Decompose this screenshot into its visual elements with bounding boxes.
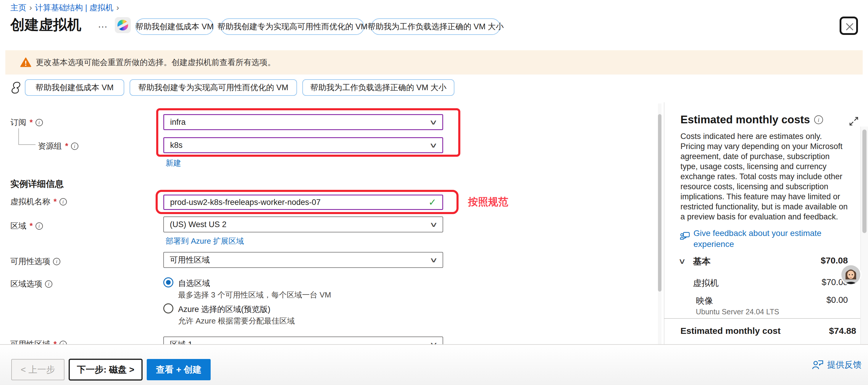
radio-azure-selected-zones-description: 允许 Azure 根据需要分配最佳区域: [178, 316, 294, 326]
subscription-dropdown[interactable]: infra ∨: [163, 114, 443, 130]
breadcrumb-chevron-icon: ›: [26, 3, 35, 12]
avatar[interactable]: [840, 264, 862, 285]
breadcrumb-compute-vm[interactable]: 计算基础结构 | 虚拟机: [35, 2, 113, 13]
estimate-panel-title: Estimated monthly costs: [680, 114, 810, 126]
feedback-bubbles-icon: [679, 231, 691, 243]
create-new-resource-group-link[interactable]: 新建: [166, 158, 181, 168]
cost-row-basic-label[interactable]: 基本: [693, 255, 711, 267]
region-label: 区域* i: [10, 221, 43, 231]
feedback-person-icon: [812, 359, 824, 371]
feedback-link-label: 提供反馈: [827, 359, 862, 371]
instance-details-section-title: 实例详细信息: [10, 178, 64, 190]
collapse-panel-icon[interactable]: [848, 115, 860, 127]
form-scrollbar-thumb[interactable]: [658, 114, 661, 292]
copilot-suggestion-low-cost[interactable]: 帮助我创建低成本 VM: [25, 79, 124, 96]
chevron-down-icon[interactable]: ∨: [678, 257, 686, 266]
estimate-divider: [664, 318, 868, 319]
estimate-feedback-link[interactable]: Give feedback about your estimate experi…: [693, 228, 850, 250]
copilot-logo-icon: [118, 20, 128, 30]
radio-azure-selected-zones[interactable]: [163, 303, 173, 314]
warning-text: 更改基本选项可能会重置所做的选择。创建虚拟机前查看所有选项。: [36, 57, 275, 68]
estimate-total-value: $74.88: [779, 326, 856, 336]
review-create-button[interactable]: 查看 + 创建: [147, 359, 211, 380]
copilot-suggestion-low-cost[interactable]: 帮助我创建低成本 VM: [135, 18, 214, 35]
availability-options-label: 可用性选项 i: [10, 256, 60, 267]
warning-banner: 更改基本选项可能会重置所做的选择。创建虚拟机前查看所有选项。: [5, 50, 863, 74]
feedback-link[interactable]: 提供反馈: [812, 359, 862, 371]
chevron-down-icon: ∨: [429, 221, 438, 228]
radio-self-selected-zones-description: 最多选择 3 个可用性区域，每个区域一台 VM: [178, 290, 331, 300]
page-scrollbar-thumb[interactable]: [862, 130, 867, 233]
breadcrumb-home[interactable]: 主页: [10, 2, 26, 13]
info-icon[interactable]: i: [35, 119, 43, 126]
close-icon: [841, 18, 856, 33]
warning-icon: [20, 57, 31, 67]
required-marker: *: [54, 197, 57, 206]
copilot-suggestion-right-size[interactable]: 帮助我为工作负载选择正确的 VM 大小: [302, 79, 455, 96]
info-icon[interactable]: i: [45, 280, 52, 288]
previous-button[interactable]: < 上一步: [11, 359, 64, 380]
availability-options-value: 可用性区域: [170, 255, 210, 265]
cost-row-image-sublabel: Ubuntu Server 24.04 LTS: [696, 308, 779, 316]
chevron-down-icon: ∨: [429, 142, 438, 149]
cost-row-vm-label: 虚拟机: [693, 277, 719, 289]
resource-group-label: 资源组* i: [38, 141, 79, 151]
required-marker: *: [30, 118, 33, 127]
required-marker: *: [30, 222, 33, 231]
estimate-panel-description: Costs indicated here are estimates only.…: [680, 131, 848, 222]
page-title: 创建虚拟机: [10, 15, 81, 34]
zone-options-label: 区域选项 i: [10, 279, 52, 289]
breadcrumb: 主页 › 计算基础结构 | 虚拟机 ›: [10, 2, 122, 13]
cost-row-image-label: 映像: [696, 295, 713, 307]
vm-name-input[interactable]: prod-usw2-k8s-freeleaps-worker-nodes-07 …: [163, 195, 443, 210]
copilot-icon[interactable]: [115, 17, 131, 33]
subscription-label: 订阅* i: [10, 117, 43, 128]
info-icon[interactable]: i: [35, 222, 43, 230]
estimate-total-label: Estimated monthly cost: [680, 326, 780, 336]
availability-options-dropdown[interactable]: 可用性区域 ∨: [163, 252, 443, 268]
breadcrumb-chevron-icon: ›: [113, 3, 122, 12]
cost-row-basic-value: $70.08: [771, 255, 848, 265]
vm-name-value: prod-usw2-k8s-freeleaps-worker-nodes-07: [170, 198, 321, 207]
radio-self-selected-zones[interactable]: [163, 277, 173, 287]
copilot-outline-icon: [8, 81, 23, 95]
cost-row-image-value: $0.00: [771, 295, 848, 305]
more-options-button[interactable]: …: [98, 18, 108, 30]
info-icon[interactable]: i: [814, 115, 823, 124]
radio-azure-selected-zones-label[interactable]: Azure 选择的区域(预览版): [178, 304, 270, 315]
close-button[interactable]: [840, 17, 858, 35]
panel-divider: [664, 102, 664, 344]
resource-group-value: k8s: [170, 141, 183, 150]
copilot-suggestion-high-availability[interactable]: 帮助我创建专为实现高可用性而优化的 VM: [130, 79, 297, 96]
region-value: (US) West US 2: [170, 220, 227, 229]
region-dropdown[interactable]: (US) West US 2 ∨: [163, 217, 443, 232]
copilot-suggestion-high-availability[interactable]: 帮助我创建专为实现高可用性而优化的 VM: [221, 18, 364, 35]
deploy-edge-zone-link[interactable]: 部署到 Azure 扩展区域: [166, 236, 244, 246]
next-disks-button[interactable]: 下一步: 磁盘 >: [69, 359, 143, 381]
required-marker: *: [65, 142, 68, 151]
chevron-down-icon: ∨: [429, 119, 438, 126]
estimate-panel-title-row: Estimated monthly costs i: [680, 114, 823, 126]
info-icon[interactable]: i: [71, 142, 79, 150]
tree-connector-horizontal: [18, 144, 35, 145]
chevron-down-icon: ∨: [429, 257, 438, 263]
annotation-note: 按照规范: [468, 195, 508, 209]
valid-check-icon: ✓: [428, 197, 436, 208]
subscription-value: infra: [170, 118, 186, 127]
cost-row-vm-value: $70.08: [771, 277, 848, 287]
radio-self-selected-zones-label[interactable]: 自选区域: [178, 278, 210, 289]
resource-group-dropdown[interactable]: k8s ∨: [163, 137, 443, 153]
tree-connector-vertical: [18, 128, 19, 145]
copilot-suggestion-right-size[interactable]: 帮助我为工作负载选择正确的 VM 大小: [371, 18, 500, 35]
info-icon[interactable]: i: [59, 198, 67, 205]
info-icon[interactable]: i: [53, 258, 60, 265]
footer-bar: < 上一步 下一步: 磁盘 > 查看 + 创建 提供反馈: [0, 344, 868, 385]
vm-name-label: 虚拟机名称* i: [10, 196, 67, 207]
